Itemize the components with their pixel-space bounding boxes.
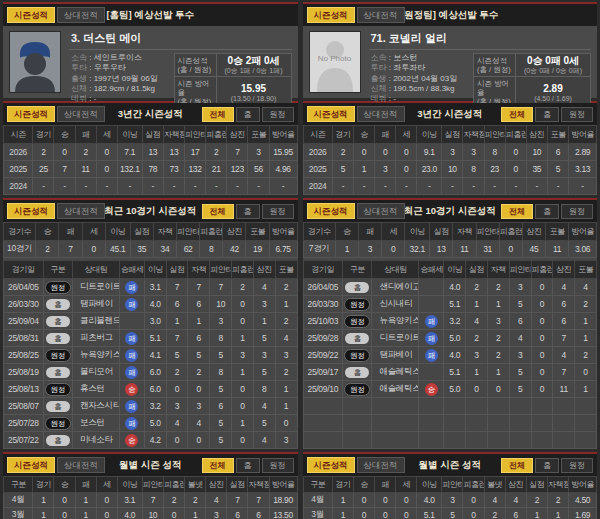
filter-all[interactable]: 전체 — [501, 458, 533, 473]
info-label: 투타 — [71, 63, 87, 72]
stat-cell: 4 — [253, 279, 275, 296]
filter-home[interactable]: 홈 — [236, 458, 260, 473]
stat-cell: 4.0 — [444, 347, 466, 364]
filter-home[interactable]: 홈 — [236, 107, 260, 122]
panel-home-pitcher: 시즌성적 상대전적 [홈팀] 예상선발 투수 3. 더스틴 메이 — [3, 2, 298, 519]
column-header: 실점 — [442, 126, 463, 144]
stat-cell: 6 — [210, 398, 232, 415]
filter-away[interactable]: 원정 — [561, 458, 593, 473]
stat-cell: 0 — [232, 381, 254, 398]
filter-all[interactable]: 전체 — [202, 458, 234, 473]
game-date-cell: 25/07/28 — [4, 415, 44, 432]
stat-cell: 2025 — [4, 161, 33, 178]
stat-cell: 0 — [531, 313, 553, 330]
result-cell — [419, 415, 444, 432]
player-info-row: 신체 : 190.5cm / 88.3kg — [371, 84, 468, 94]
stat-cell: 5 — [210, 347, 232, 364]
stat-cell: 3 — [466, 347, 488, 364]
column-header: 이닝 — [117, 477, 142, 493]
summary-label-main: 시즌 방어율 — [477, 79, 512, 97]
filter-buttons: 전체홈원정 — [202, 458, 294, 473]
result-cell: 패 — [419, 347, 444, 364]
tab-season-stats[interactable]: 시즌성적 — [7, 457, 55, 473]
stat-cell: 0 — [232, 432, 254, 449]
opponent-cell: 디트로이트 — [372, 330, 419, 347]
filter-away[interactable]: 원정 — [262, 107, 294, 122]
column-header: 삼진 — [253, 261, 275, 279]
tab-season-stats[interactable]: 시즌성적 — [307, 203, 355, 219]
info-value: : 182.9cm / 81.5kg — [87, 84, 155, 93]
filter-all[interactable]: 전체 — [501, 107, 533, 122]
tab-season-stats[interactable]: 시즌성적 — [307, 7, 355, 23]
stat-cell: 13 — [163, 144, 184, 161]
column-header: 포볼 — [575, 261, 597, 279]
tab-season-stats[interactable]: 시즌성적 — [307, 457, 355, 473]
info-value: : 2002년 04월 03일 — [387, 74, 458, 83]
three-year-stats-table: 시즌경기승패세이닝실점자책점피안타피홈런삼진포볼방어율202620009.133… — [303, 125, 598, 195]
filter-all[interactable]: 전체 — [202, 107, 234, 122]
stat-cell: - — [353, 178, 374, 195]
column-header: 패 — [59, 223, 82, 241]
stat-cell: 0 — [54, 144, 75, 161]
game-log-row: 26/04/05홈샌디에이고4.0223044 — [303, 279, 597, 296]
stat-cell: 0 — [499, 241, 522, 258]
filter-home[interactable]: 홈 — [535, 204, 559, 219]
stat-cell: 0 — [531, 347, 553, 364]
column-header: 삼진 — [553, 261, 575, 279]
tab-head-to-head[interactable]: 상대전적 — [357, 457, 405, 473]
tab-head-to-head[interactable]: 상대전적 — [57, 7, 105, 23]
filter-away[interactable]: 원정 — [262, 204, 294, 219]
info-label: 출생 — [71, 74, 87, 83]
tab-season-stats[interactable]: 시즌성적 — [7, 7, 55, 23]
tab-season-stats[interactable]: 시즌성적 — [7, 106, 55, 122]
tab-season-stats[interactable]: 시즌성적 — [7, 203, 55, 219]
stat-row: 202620009.133801062.89 — [303, 144, 597, 161]
column-header: 볼넷 — [484, 477, 505, 493]
game-date-cell: 25/09/04 — [4, 313, 44, 330]
summary-value: 0승 2패 0세(0승 1패 / 0승 1패) — [217, 54, 291, 76]
column-header: 경기일 — [4, 261, 44, 279]
stat-cell: 5 — [253, 364, 275, 381]
stat-cell: 3 — [358, 241, 381, 258]
stat-cell: - — [396, 178, 417, 195]
game-date-cell — [303, 415, 343, 432]
filter-home[interactable]: 홈 — [535, 458, 559, 473]
location-badge: 홈 — [46, 316, 70, 327]
tab-head-to-head[interactable]: 상대전적 — [57, 203, 105, 219]
stat-cell: 1 — [487, 296, 509, 313]
stat-cell: 6.0 — [144, 364, 166, 381]
stat-cell: - — [417, 178, 442, 195]
filter-away[interactable]: 원정 — [561, 107, 593, 122]
opponent-cell: 신시내티 — [372, 296, 419, 313]
filter-away[interactable]: 원정 — [561, 204, 593, 219]
tab-head-to-head[interactable]: 상대전적 — [357, 7, 405, 23]
tab-head-to-head[interactable]: 상대전적 — [357, 203, 405, 219]
tab-head-to-head[interactable]: 상대전적 — [357, 106, 405, 122]
stat-cell: 2024 — [303, 178, 332, 195]
filter-home[interactable]: 홈 — [535, 107, 559, 122]
column-header: 경기수 — [303, 223, 335, 241]
stat-cell — [575, 398, 597, 415]
season-summary-box: 시즌성적(홈 / 원정)0승 0패 0세(0승 0패 / 0승 0패)시즌 방어… — [473, 53, 591, 109]
stat-cell: 7 — [188, 279, 210, 296]
three-year-stats-table: 시즌경기승패세이닝실점자책점피안타피홈런삼진포볼방어율202620207.113… — [3, 125, 298, 195]
tab-head-to-head[interactable]: 상대전적 — [57, 457, 105, 473]
column-header: 볼넷 — [185, 477, 206, 493]
filter-all[interactable]: 전체 — [501, 204, 533, 219]
result-cell: 패 — [419, 313, 444, 330]
filter-all[interactable]: 전체 — [202, 204, 234, 219]
tab-season-stats[interactable]: 시즌성적 — [307, 106, 355, 122]
stat-cell: 6 — [547, 144, 568, 161]
filter-home[interactable]: 홈 — [236, 204, 260, 219]
stat-cell — [553, 398, 575, 415]
stat-cell: 7 — [166, 279, 188, 296]
stat-cell: 4.0 — [144, 296, 166, 313]
stat-cell: 10 — [142, 508, 163, 519]
tab-head-to-head[interactable]: 상대전적 — [57, 106, 105, 122]
stat-cell: - — [206, 178, 227, 195]
filter-away[interactable]: 원정 — [262, 458, 294, 473]
summary-value-main: 2.89 — [516, 83, 590, 94]
player-silhouette-icon — [10, 32, 60, 92]
stat-cell: 32.1 — [405, 241, 430, 258]
away-recent-section: 시즌성적 상대전적 최근 10경기 시즌성적 전체홈원정 경기수승패세이닝실점자… — [303, 198, 598, 449]
